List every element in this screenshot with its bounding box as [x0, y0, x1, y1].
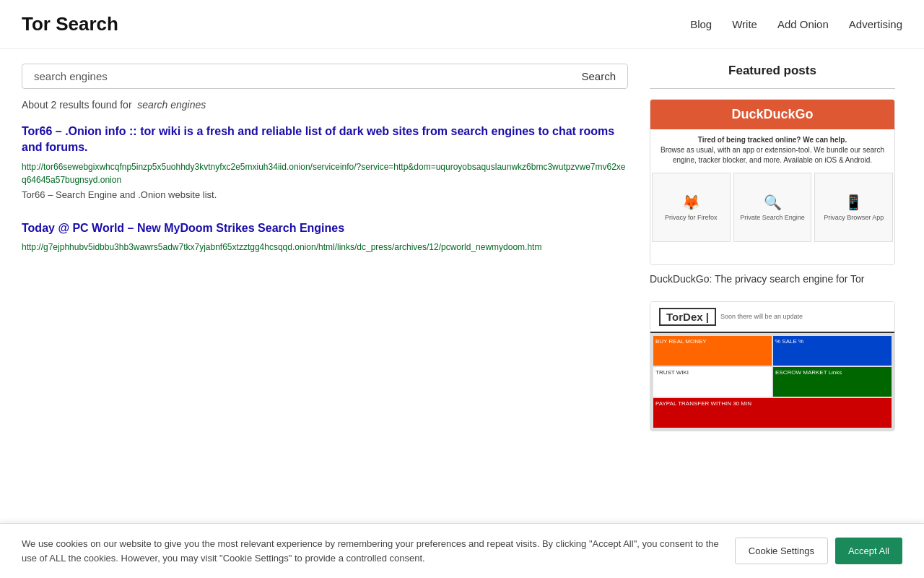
ddg-panel-firefox: 🦊 Privacy for Firefox [652, 173, 731, 242]
tordex-ads: BUY REAL MONEY % SALE % TRUST WIKI ESCRO… [650, 333, 894, 431]
result-item: Tor66 – .Onion info :: tor wiki is a fre… [22, 124, 628, 200]
ddg-header: DuckDuckGo [650, 100, 894, 129]
result-desc-1: Tor66 – Search Engine and .Onion website… [22, 189, 628, 200]
ddg-panel-app: 📱 Privacy Browser App [814, 173, 893, 242]
featured-card-tordex: TorDex | Soon there will be an update BU… [650, 301, 895, 431]
content-area: Search About 2 results found for search … [22, 64, 628, 446]
ddg-logo: DuckDuckGo [731, 107, 813, 122]
results-query: search engines [137, 99, 206, 111]
featured-card-ddg-title: DuckDuckGo: The privacy search engine fo… [650, 272, 895, 287]
firefox-icon: 🦊 [682, 194, 700, 211]
featured-image-ddg[interactable]: DuckDuckGo Tired of being tracked online… [650, 99, 895, 265]
mobile-icon: 📱 [845, 194, 863, 211]
tordex-logo: TorDex | [659, 308, 716, 326]
ddg-panels: 🦊 Privacy for Firefox 🔍 Private Search E… [650, 171, 894, 243]
result-url-1: http://tor66sewebgixwhcqfnp5inzp5x5uohhd… [22, 160, 628, 186]
sidebar: Featured posts DuckDuckGo Tired of being… [650, 64, 895, 446]
featured-posts-title: Featured posts [650, 64, 895, 78]
featured-image-tordex[interactable]: TorDex | Soon there will be an update BU… [650, 301, 895, 431]
tordex-header: TorDex | Soon there will be an update [650, 302, 894, 333]
results-summary-text: About 2 results found for [22, 99, 132, 111]
tordex-ad-3: TRUST WIKI [653, 367, 772, 397]
tordex-ad-4: ESCROW MARKET Links [773, 367, 892, 397]
result-item: Today @ PC World – New MyDoom Strikes Se… [22, 220, 628, 254]
main-nav: Blog Write Add Onion Advertising [690, 18, 902, 30]
nav-write[interactable]: Write [732, 18, 757, 30]
site-logo[interactable]: Tor Search [22, 13, 118, 35]
tordex-ad-2: % SALE % [773, 336, 892, 366]
nav-add-onion[interactable]: Add Onion [777, 18, 829, 30]
result-title-2[interactable]: Today @ PC World – New MyDoom Strikes Se… [22, 220, 628, 236]
search-icon: 🔍 [764, 194, 782, 211]
result-title-1[interactable]: Tor66 – .Onion info :: tor wiki is a fre… [22, 124, 628, 156]
ddg-panel-search: 🔍 Private Search Engine [733, 173, 812, 242]
result-url-2: http://g7ejphhubv5idbbu3hb3wawrs5adw7tkx… [22, 241, 628, 254]
featured-card-ddg: DuckDuckGo Tired of being tracked online… [650, 99, 895, 287]
main-container: Search About 2 results found for search … [0, 49, 924, 460]
header: Tor Search Blog Write Add Onion Advertis… [0, 0, 924, 49]
nav-blog[interactable]: Blog [690, 18, 712, 30]
tordex-ad-1: BUY REAL MONEY [653, 336, 772, 366]
ddg-tagline: Tired of being tracked online? We can he… [650, 129, 894, 171]
results-info: About 2 results found for search engines [22, 99, 628, 111]
search-input[interactable] [34, 70, 581, 82]
nav-advertising[interactable]: Advertising [849, 18, 902, 30]
search-box: Search [22, 64, 628, 89]
tordex-ad-5: PAYPAL TRANSFER WITHIN 30 MIN [653, 398, 892, 428]
tordex-subtitle: Soon there will be an update [720, 313, 803, 320]
sidebar-divider [650, 88, 895, 89]
search-button[interactable]: Search [581, 70, 616, 82]
